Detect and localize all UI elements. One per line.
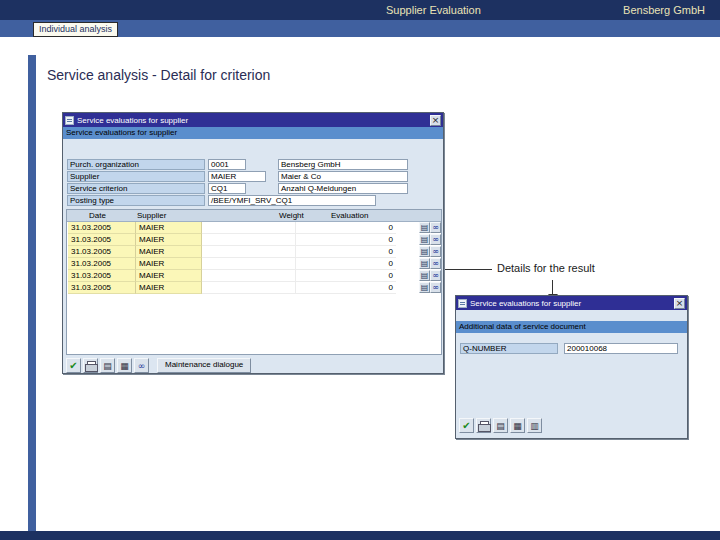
purch-org-text: Bensberg GmbH [278, 159, 408, 170]
display-details-icon[interactable] [430, 282, 441, 293]
page-title: Service analysis - Detail for criterion [47, 67, 270, 83]
display-details-icon[interactable] [430, 270, 441, 281]
print-icon[interactable] [83, 358, 98, 373]
row-actions [419, 282, 441, 294]
main-dialog: Service evaluations for supplier Service… [62, 112, 444, 374]
purch-org-field[interactable]: 0001 [208, 159, 246, 170]
cell-evaluation: 0 [296, 222, 396, 234]
display-details-icon[interactable] [430, 258, 441, 269]
supplier-text: Maier & Co [278, 171, 408, 182]
slide: Supplier Evaluation Bensberg GmbH Indivi… [0, 0, 720, 540]
left-accent-stripe [28, 55, 36, 531]
cell-supplier: MAIER [136, 258, 202, 270]
display-document-icon[interactable] [419, 234, 430, 245]
display-details-icon[interactable] [430, 222, 441, 233]
tab-individual-analysis[interactable]: Individual analysis [33, 22, 118, 37]
display-details-icon[interactable] [430, 246, 441, 257]
main-dialog-titlebar[interactable]: Service evaluations for supplier [63, 113, 443, 127]
display-document-icon[interactable] [419, 282, 430, 293]
table-row[interactable]: 31.03.2005 MAIER 0 [67, 234, 441, 246]
field-row: Service criterion CQ1 Anzahl Q-Meldungen [67, 183, 439, 194]
field-row: Posting type /BEE/YMFI_SRV_CQ1 [67, 195, 439, 206]
company-name: Bensberg GmbH [623, 4, 705, 16]
row-actions [419, 222, 441, 234]
slide-header-title: Supplier Evaluation [386, 4, 481, 16]
cell-date: 31.03.2005 [68, 246, 136, 258]
cell-weight [202, 234, 296, 246]
print-preview-icon[interactable] [100, 358, 115, 373]
detail-section-header: Additional data of service document [456, 321, 687, 333]
window-icon [458, 299, 467, 308]
field-row: Supplier MAIER Maier & Co [67, 171, 439, 182]
purch-org-label: Purch. organization [67, 159, 205, 170]
column-date: Date [89, 211, 106, 221]
supplier-field[interactable]: MAIER [208, 171, 266, 182]
cell-supplier: MAIER [136, 246, 202, 258]
service-criterion-label: Service criterion [67, 183, 205, 194]
evaluation-table: Date Supplier Weight Evaluation 31.03.20… [66, 209, 442, 355]
table-row[interactable]: 31.03.2005 MAIER 0 [67, 258, 441, 270]
page-icon[interactable] [493, 418, 508, 433]
cell-date: 31.03.2005 [68, 282, 136, 294]
cell-date: 31.03.2005 [68, 270, 136, 282]
table-row[interactable]: 31.03.2005 MAIER 0 [67, 222, 441, 234]
cell-supplier: MAIER [136, 270, 202, 282]
cell-weight [202, 222, 296, 234]
column-supplier: Supplier [137, 211, 166, 221]
row-actions [419, 270, 441, 282]
section-header: Service evaluations for supplier [63, 127, 443, 139]
cell-supplier: MAIER [136, 282, 202, 294]
q-number-field[interactable]: 200010068 [564, 343, 678, 354]
q-number-label: Q-NUMBER [460, 343, 558, 354]
display-document-icon[interactable] [419, 222, 430, 233]
close-icon[interactable] [430, 115, 441, 126]
close-x-glyph [432, 115, 440, 125]
field-row: Purch. organization 0001 Bensberg GmbH [67, 159, 439, 170]
annotation-text: Details for the result [497, 262, 595, 274]
cell-weight [202, 258, 296, 270]
cell-evaluation: 0 [296, 282, 396, 294]
grid2-icon[interactable] [527, 418, 542, 433]
cell-evaluation: 0 [296, 246, 396, 258]
posting-type-label: Posting type [67, 195, 205, 206]
cell-weight [202, 282, 296, 294]
row-actions [419, 246, 441, 258]
cell-date: 31.03.2005 [68, 234, 136, 246]
table-row[interactable]: 31.03.2005 MAIER 0 [67, 270, 441, 282]
posting-type-field[interactable]: /BEE/YMFI_SRV_CQ1 [208, 195, 376, 206]
maintenance-dialogue-button[interactable]: Maintenance dialogue [157, 358, 251, 373]
detail-dialog-titlebar[interactable]: Service evaluations for supplier [456, 296, 687, 310]
service-criterion-text: Anzahl Q-Meldungen [278, 183, 408, 194]
cell-evaluation: 0 [296, 258, 396, 270]
service-criterion-field[interactable]: CQ1 [208, 183, 246, 194]
close-icon[interactable] [674, 298, 685, 309]
find-icon[interactable] [134, 358, 149, 373]
column-weight: Weight [279, 211, 304, 221]
cell-supplier: MAIER [136, 234, 202, 246]
main-dialog-title: Service evaluations for supplier [77, 116, 430, 125]
detail-dialog-toolbar [459, 418, 542, 433]
cell-date: 31.03.2005 [68, 258, 136, 270]
cell-date: 31.03.2005 [68, 222, 136, 234]
confirm-icon[interactable] [66, 358, 81, 373]
confirm-icon[interactable] [459, 418, 474, 433]
print-icon[interactable] [476, 418, 491, 433]
row-actions [419, 234, 441, 246]
display-document-icon[interactable] [419, 246, 430, 257]
annotation-arrow-line [552, 280, 553, 294]
display-document-icon[interactable] [419, 270, 430, 281]
display-document-icon[interactable] [419, 258, 430, 269]
cell-supplier: MAIER [136, 222, 202, 234]
table-row[interactable]: 31.03.2005 MAIER 0 [67, 246, 441, 258]
table-row[interactable]: 31.03.2005 MAIER 0 [67, 282, 441, 294]
window-icon [65, 116, 74, 125]
cell-weight [202, 270, 296, 282]
column-evaluation: Evaluation [331, 211, 368, 221]
grid-icon[interactable] [117, 358, 132, 373]
cell-evaluation: 0 [296, 234, 396, 246]
slide-header-bar: Supplier Evaluation Bensberg GmbH [0, 0, 720, 20]
detail-dialog-title: Service evaluations for supplier [470, 299, 674, 308]
display-details-icon[interactable] [430, 234, 441, 245]
grid-icon[interactable] [510, 418, 525, 433]
cell-evaluation: 0 [296, 270, 396, 282]
